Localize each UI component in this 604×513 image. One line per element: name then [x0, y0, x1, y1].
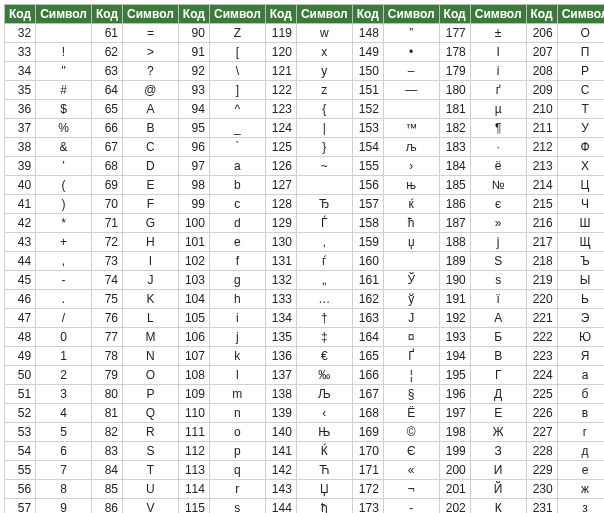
cell-code[interactable]: 128	[265, 195, 296, 214]
cell-code[interactable]: 167	[352, 385, 383, 404]
cell-code[interactable]: 216	[526, 214, 557, 233]
cell-code[interactable]: 219	[526, 271, 557, 290]
cell-symbol[interactable]: Ћ	[296, 461, 352, 480]
cell-symbol[interactable]: ”	[383, 24, 439, 43]
cell-code[interactable]: 231	[526, 499, 557, 514]
cell-code[interactable]: 155	[352, 157, 383, 176]
cell-code[interactable]: 214	[526, 176, 557, 195]
cell-code[interactable]: 42	[5, 214, 36, 233]
cell-symbol[interactable]: К	[470, 499, 526, 514]
cell-code[interactable]: 61	[91, 24, 122, 43]
cell-code[interactable]: 166	[352, 366, 383, 385]
cell-symbol[interactable]: „	[296, 271, 352, 290]
cell-code[interactable]: 96	[178, 138, 209, 157]
cell-symbol[interactable]: i	[209, 309, 265, 328]
cell-code[interactable]: 62	[91, 43, 122, 62]
cell-symbol[interactable]: +	[36, 233, 92, 252]
cell-code[interactable]: 172	[352, 480, 383, 499]
cell-symbol[interactable]: |	[296, 119, 352, 138]
cell-symbol[interactable]: ё	[470, 157, 526, 176]
cell-code[interactable]: 77	[91, 328, 122, 347]
cell-symbol[interactable]: x	[296, 43, 352, 62]
cell-code[interactable]: 173	[352, 499, 383, 514]
cell-symbol[interactable]: 1	[36, 347, 92, 366]
cell-symbol[interactable]: ›	[383, 157, 439, 176]
cell-symbol[interactable]: µ	[470, 100, 526, 119]
cell-symbol[interactable]: /	[36, 309, 92, 328]
cell-symbol[interactable]: 8	[36, 480, 92, 499]
cell-code[interactable]: 136	[265, 347, 296, 366]
cell-code[interactable]: 138	[265, 385, 296, 404]
cell-code[interactable]: 104	[178, 290, 209, 309]
cell-code[interactable]: 224	[526, 366, 557, 385]
cell-code[interactable]: 75	[91, 290, 122, 309]
cell-symbol[interactable]: Ш	[557, 214, 604, 233]
cell-symbol[interactable]: Ј	[383, 309, 439, 328]
cell-code[interactable]: 210	[526, 100, 557, 119]
cell-code[interactable]: 72	[91, 233, 122, 252]
cell-symbol[interactable]: »	[470, 214, 526, 233]
cell-symbol[interactable]: e	[209, 233, 265, 252]
cell-code[interactable]: 218	[526, 252, 557, 271]
cell-symbol[interactable]: r	[209, 480, 265, 499]
cell-code[interactable]: 135	[265, 328, 296, 347]
cell-code[interactable]: 169	[352, 423, 383, 442]
cell-symbol[interactable]: #	[36, 81, 92, 100]
cell-symbol[interactable]: @	[123, 81, 179, 100]
cell-code[interactable]: 188	[439, 233, 470, 252]
cell-code[interactable]: 151	[352, 81, 383, 100]
cell-code[interactable]: 113	[178, 461, 209, 480]
cell-symbol[interactable]: A	[123, 100, 179, 119]
cell-symbol[interactable]: д	[557, 442, 604, 461]
cell-symbol[interactable]: ?	[123, 62, 179, 81]
cell-symbol[interactable]: 4	[36, 404, 92, 423]
cell-code[interactable]: 126	[265, 157, 296, 176]
cell-code[interactable]: 221	[526, 309, 557, 328]
cell-code[interactable]: 182	[439, 119, 470, 138]
cell-code[interactable]: 37	[5, 119, 36, 138]
cell-symbol[interactable]: И	[470, 461, 526, 480]
cell-symbol[interactable]: ±	[470, 24, 526, 43]
cell-code[interactable]: 32	[5, 24, 36, 43]
cell-symbol[interactable]: ,	[36, 252, 92, 271]
cell-code[interactable]: 98	[178, 176, 209, 195]
cell-code[interactable]: 94	[178, 100, 209, 119]
cell-symbol[interactable]: ‚	[296, 233, 352, 252]
cell-symbol[interactable]: Ъ	[557, 252, 604, 271]
cell-code[interactable]: 180	[439, 81, 470, 100]
cell-code[interactable]: 83	[91, 442, 122, 461]
cell-code[interactable]: 57	[5, 499, 36, 514]
cell-symbol[interactable]: Ь	[557, 290, 604, 309]
cell-symbol[interactable]: \	[209, 62, 265, 81]
cell-code[interactable]: 63	[91, 62, 122, 81]
cell-code[interactable]: 225	[526, 385, 557, 404]
cell-code[interactable]: 222	[526, 328, 557, 347]
cell-symbol[interactable]: '	[36, 157, 92, 176]
cell-code[interactable]: 177	[439, 24, 470, 43]
cell-symbol[interactable]: Њ	[296, 423, 352, 442]
cell-code[interactable]: 184	[439, 157, 470, 176]
cell-code[interactable]: 199	[439, 442, 470, 461]
cell-symbol[interactable]: њ	[383, 176, 439, 195]
cell-code[interactable]: 189	[439, 252, 470, 271]
cell-symbol[interactable]	[296, 176, 352, 195]
cell-symbol[interactable]: ў	[383, 290, 439, 309]
cell-code[interactable]: 201	[439, 480, 470, 499]
cell-symbol[interactable]: «	[383, 461, 439, 480]
cell-symbol[interactable]: —	[383, 81, 439, 100]
cell-code[interactable]: 105	[178, 309, 209, 328]
cell-symbol[interactable]: Џ	[296, 480, 352, 499]
cell-code[interactable]: 215	[526, 195, 557, 214]
cell-symbol[interactable]: ‹	[296, 404, 352, 423]
cell-symbol[interactable]: з	[557, 499, 604, 514]
cell-code[interactable]: 125	[265, 138, 296, 157]
cell-symbol[interactable]: Ђ	[296, 195, 352, 214]
cell-symbol[interactable]: T	[123, 461, 179, 480]
cell-symbol[interactable]: w	[296, 24, 352, 43]
cell-symbol[interactable]: 5	[36, 423, 92, 442]
cell-symbol[interactable]: `	[209, 138, 265, 157]
cell-code[interactable]: 157	[352, 195, 383, 214]
cell-code[interactable]: 185	[439, 176, 470, 195]
cell-symbol[interactable]: &	[36, 138, 92, 157]
cell-symbol[interactable]: љ	[383, 138, 439, 157]
